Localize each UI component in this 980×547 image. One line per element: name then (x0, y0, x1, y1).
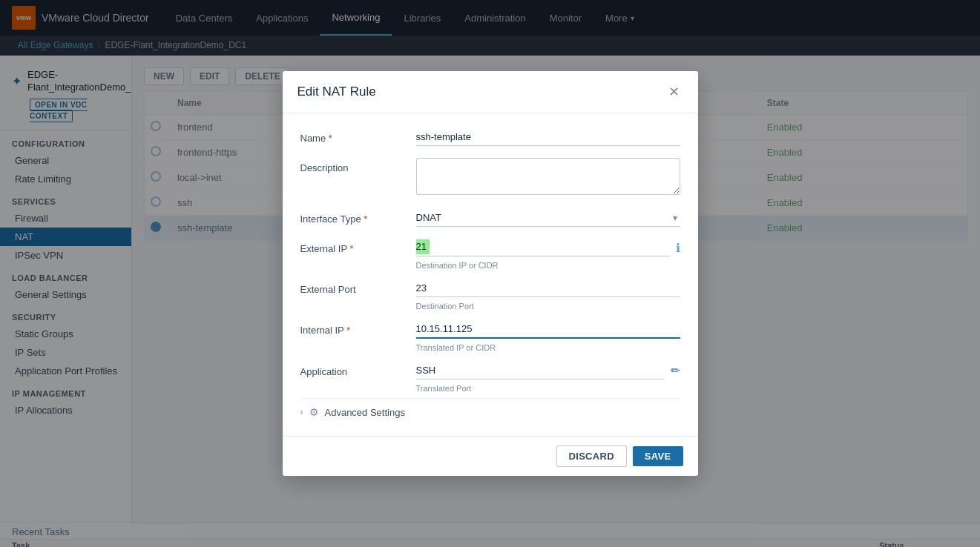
description-input[interactable] (416, 158, 680, 195)
modal-footer: DISCARD SAVE (283, 436, 698, 476)
interface-type-field-row: Interface Type * DNAT SNAT NO_DNAT NO_SN… (300, 209, 680, 227)
modal-title: Edit NAT Rule (297, 84, 376, 99)
settings-icon: ⚙ (309, 406, 319, 418)
modal-header: Edit NAT Rule ✕ (283, 71, 698, 113)
external-ip-field-row: External IP * 21 ℹ (300, 239, 680, 256)
external-port-label: External Port (300, 279, 404, 295)
discard-button[interactable]: DISCARD (556, 445, 627, 467)
external-port-hint: Destination Port (300, 300, 680, 311)
info-circle-icon[interactable]: ℹ (676, 241, 680, 255)
modal-overlay[interactable]: Edit NAT Rule ✕ Name * Description (0, 0, 980, 547)
name-input[interactable] (416, 128, 680, 146)
application-hint: Translated Port (300, 382, 680, 394)
chevron-right-icon: › (300, 407, 303, 417)
interface-type-select[interactable]: DNAT SNAT NO_DNAT NO_SNAT (416, 209, 680, 227)
description-field-row: Description (300, 158, 680, 197)
name-field-row: Name * (300, 128, 680, 146)
external-ip-input[interactable] (416, 239, 670, 256)
edit-pencil-icon[interactable]: ✏ (671, 364, 680, 377)
advanced-settings-row[interactable]: › ⚙ Advanced Settings (300, 398, 680, 421)
advanced-settings-label: Advanced Settings (325, 407, 405, 418)
internal-ip-input[interactable] (416, 320, 680, 339)
interface-type-label: Interface Type * (300, 209, 404, 225)
application-field-row: Application SSH ✏ (300, 362, 680, 379)
name-label: Name * (300, 128, 404, 144)
internal-ip-label: Internal IP * (300, 320, 404, 336)
external-port-field-row: External Port (300, 279, 680, 297)
external-port-input[interactable] (416, 279, 680, 297)
application-value: SSH (416, 362, 665, 379)
internal-ip-field-row: Internal IP * (300, 320, 680, 339)
edit-nat-rule-modal: Edit NAT Rule ✕ Name * Description (283, 71, 698, 476)
external-ip-hint: Destination IP or CIDR (300, 259, 680, 271)
modal-body: Name * Description Interface Type * (283, 113, 698, 436)
close-button[interactable]: ✕ (665, 83, 683, 101)
save-button[interactable]: SAVE (633, 446, 683, 466)
external-ip-label: External IP * (300, 239, 404, 254)
description-label: Description (300, 158, 404, 173)
application-label: Application (300, 362, 404, 377)
internal-ip-hint: Translated IP or CIDR (300, 342, 680, 353)
